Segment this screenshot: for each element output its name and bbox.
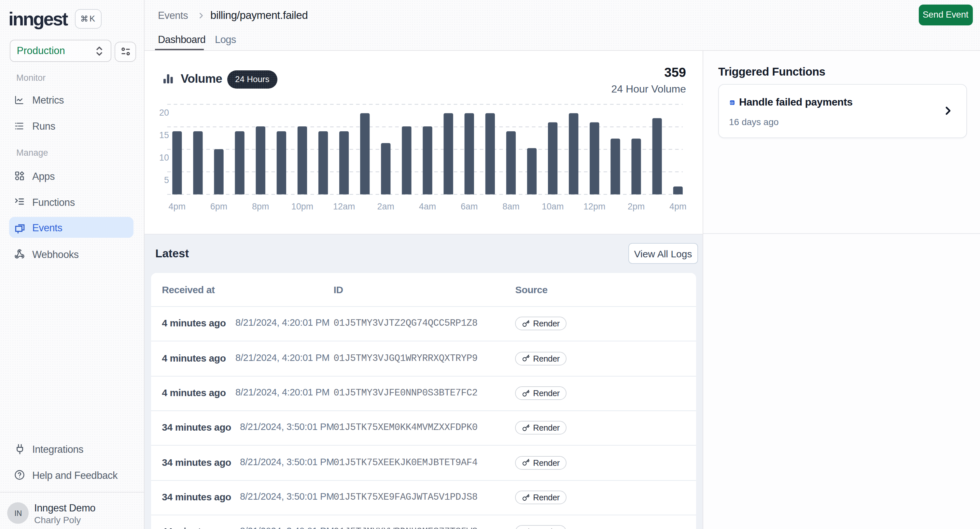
svg-text:4pm: 4pm	[669, 202, 686, 211]
svg-text:4pm: 4pm	[168, 202, 186, 211]
svg-text:6am: 6am	[460, 202, 477, 211]
svg-text:8pm: 8pm	[252, 202, 269, 211]
svg-text:5: 5	[164, 175, 169, 185]
svg-text:10pm: 10pm	[291, 202, 313, 211]
svg-text:12am: 12am	[333, 202, 355, 211]
svg-text:2am: 2am	[377, 202, 394, 211]
svg-text:12pm: 12pm	[583, 202, 605, 211]
svg-text:20: 20	[159, 108, 169, 118]
svg-text:8am: 8am	[502, 202, 519, 211]
svg-text:10am: 10am	[541, 202, 563, 211]
svg-text:15: 15	[159, 130, 169, 140]
svg-text:6pm: 6pm	[210, 202, 227, 211]
svg-text:10: 10	[159, 153, 169, 163]
svg-text:2pm: 2pm	[627, 202, 645, 211]
svg-text:4am: 4am	[419, 202, 436, 211]
